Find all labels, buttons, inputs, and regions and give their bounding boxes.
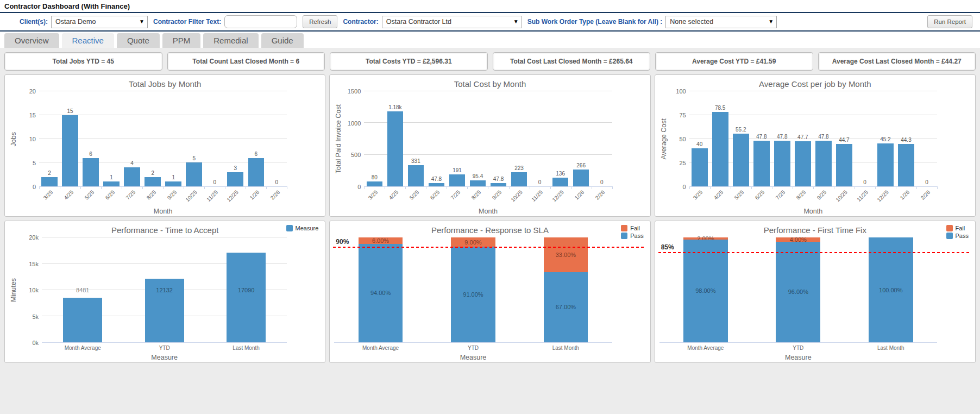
bar-segment-fail[interactable]: 6.00%	[359, 237, 403, 244]
bar-6/25[interactable]	[103, 181, 120, 186]
legend-item-measure[interactable]: Measure	[286, 225, 319, 231]
bar-segment-fail[interactable]: 4.00%	[776, 237, 820, 242]
bar-1/26[interactable]	[573, 170, 589, 186]
bar-6/25[interactable]	[429, 183, 445, 186]
bar-slot-1: 2	[39, 91, 60, 186]
bar-5/25[interactable]	[408, 165, 424, 186]
legend-swatch-fail	[946, 225, 953, 231]
bar-7/25[interactable]	[449, 174, 466, 186]
bar-8/25[interactable]	[795, 141, 811, 186]
bar-8/25[interactable]	[470, 180, 486, 186]
segment-value-label: 96.00%	[788, 288, 808, 295]
x-tick-label: YTD	[468, 345, 479, 351]
bar-9/25[interactable]	[815, 141, 832, 186]
x-tick-slot: Month Average	[659, 343, 752, 353]
sub-work-order-type-label: Sub Work Order Type (Leave Blank for All…	[527, 18, 663, 26]
y-axis-title: Total Paid Invoice Cost	[335, 104, 342, 173]
bar-slot-2: 12132	[123, 237, 205, 342]
bar-9/25[interactable]	[165, 181, 181, 186]
bar-value-label: 1	[172, 174, 175, 180]
bar-segment-pass[interactable]: 91.00%	[451, 247, 495, 342]
bar-slot-4: 47.8	[426, 91, 447, 186]
x-tick-slot: 10/25	[184, 187, 204, 206]
bar-value-label: 6	[255, 151, 258, 157]
legend-item-pass[interactable]: Pass	[946, 233, 969, 239]
bar-12/25[interactable]	[227, 172, 243, 186]
bar-value-label: 47.8	[431, 176, 442, 182]
bar-6/25[interactable]	[753, 141, 770, 186]
bar-segment-pass[interactable]: 94.00%	[359, 244, 403, 342]
kpi-average-cost-last-closed-month: Average Cost Last Closed Month = £44.27	[818, 52, 976, 71]
bar-12/25[interactable]	[552, 178, 569, 186]
x-ticks: 3/254/255/256/257/258/259/2510/2511/2512…	[364, 187, 612, 206]
bar-7/25[interactable]	[124, 167, 140, 186]
bar-1/26[interactable]	[248, 158, 265, 187]
y-tick-label: 100	[676, 88, 686, 95]
bar-stack-ytd[interactable]: 9.00%91.00%	[451, 237, 495, 342]
bar-slot-2: 15	[60, 91, 80, 186]
bar-ytd[interactable]: 12132	[145, 279, 184, 342]
chart-legend: FailPass	[946, 225, 969, 239]
bar-8/25[interactable]	[145, 177, 161, 187]
client-select-value: Ostara Demo	[55, 18, 96, 26]
tab-ppm[interactable]: PPM	[162, 33, 201, 48]
x-tick-label: 12/25	[551, 189, 564, 203]
x-tick-label: 11/25	[856, 189, 869, 203]
bar-4/25[interactable]	[62, 115, 78, 186]
client-select[interactable]: Ostara Demo ▼	[51, 16, 148, 28]
bar-segment-fail[interactable]: 9.00%	[451, 237, 495, 247]
segment-value-label: 6.00%	[372, 237, 389, 244]
legend-item-pass[interactable]: Pass	[621, 233, 643, 239]
contractor-select[interactable]: Ostara Contractor Ltd ▼	[382, 16, 522, 28]
bar-value-label: 55.2	[736, 127, 746, 133]
plot-area: 2156142150360	[39, 91, 287, 187]
bar-10/25[interactable]	[186, 162, 202, 186]
bar-4/25[interactable]	[712, 112, 728, 186]
bar-5/25[interactable]	[733, 134, 749, 186]
tab-reactive[interactable]: Reactive	[62, 33, 114, 48]
bar-3/25[interactable]	[692, 148, 708, 186]
x-tick-slot: 12/25	[550, 187, 571, 206]
bar-segment-fail[interactable]: 33.00%	[544, 237, 588, 272]
x-tick-label: 9/25	[166, 189, 178, 201]
bar-5/25[interactable]	[83, 158, 99, 187]
refresh-button[interactable]: Refresh	[303, 15, 337, 28]
bar-7/25[interactable]	[774, 141, 790, 186]
bar-month-average[interactable]: 8481	[63, 298, 102, 342]
bar-segment-pass[interactable]: 96.00%	[776, 242, 820, 342]
bar-stack-last-month[interactable]: 33.00%67.00%	[544, 237, 588, 342]
segment-value-label: 33.00%	[556, 252, 576, 258]
bar-9/25[interactable]	[491, 183, 507, 186]
bar-1/26[interactable]	[898, 144, 914, 186]
bar-slot-9: 0	[204, 91, 225, 186]
bars-row: 801.18k33147.819195.447.822301362660	[364, 91, 612, 186]
bar-slot-8: 223	[509, 91, 530, 186]
bar-last-month[interactable]: 17090	[227, 253, 266, 342]
legend-item-fail[interactable]: Fail	[946, 225, 969, 231]
x-tick-slot: 2/26	[916, 187, 937, 206]
tab-quote[interactable]: Quote	[117, 33, 160, 48]
tab-overview[interactable]: Overview	[4, 33, 59, 48]
sub-work-order-type-select[interactable]: None selected ▼	[665, 16, 777, 28]
tab-guide[interactable]: Guide	[261, 33, 304, 48]
bar-10/25[interactable]	[836, 144, 852, 186]
x-tick-label: Last Month	[877, 345, 904, 351]
run-report-button[interactable]: Run Report	[927, 15, 972, 28]
bar-4/25[interactable]	[387, 111, 404, 186]
bar-stack-month-average[interactable]: 6.00%94.00%	[359, 237, 403, 342]
bar-slot-2: 1.18k	[385, 91, 405, 186]
contractor-filter-input[interactable]	[224, 15, 297, 28]
bar-value-label: 4	[130, 160, 134, 166]
bar-segment-pass[interactable]: 98.00%	[683, 240, 728, 342]
plot-area: 801.18k33147.819195.447.822301362660	[364, 91, 612, 187]
legend-item-fail[interactable]: Fail	[621, 225, 643, 231]
threshold-line	[658, 252, 970, 253]
bar-3/25[interactable]	[367, 181, 383, 186]
bar-12/25[interactable]	[877, 143, 894, 186]
x-tick-slot: 11/25	[855, 187, 875, 206]
bar-segment-pass[interactable]: 67.00%	[544, 272, 588, 342]
tab-remedial[interactable]: Remedial	[203, 33, 258, 48]
y-axis-title: Jobs	[10, 132, 17, 146]
bar-10/25[interactable]	[511, 172, 527, 186]
bar-3/25[interactable]	[41, 177, 58, 187]
